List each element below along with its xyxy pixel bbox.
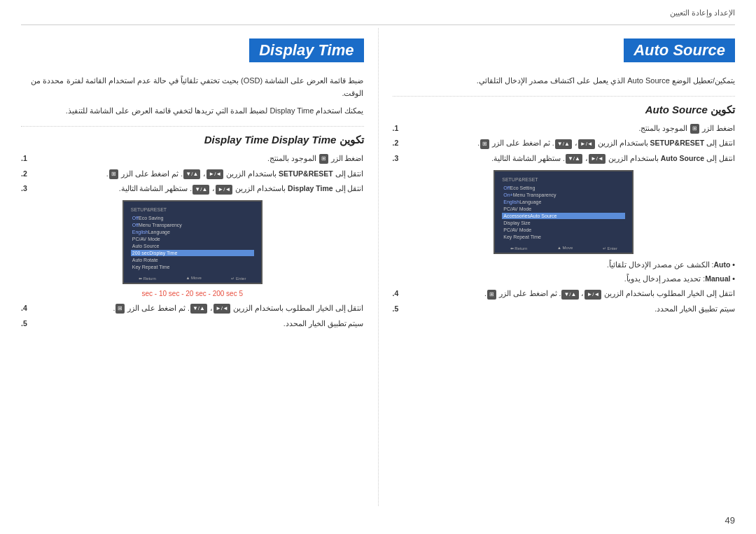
osd-item-autorot: Auto Rotate — [131, 257, 254, 263]
btn-icon-enter2: ⊞ — [115, 304, 125, 314]
right-sub-heading: تكوين Auto Source — [393, 96, 736, 116]
left-desc2: يمكنك استخدام Display Time لضبط المدة ال… — [21, 105, 364, 118]
right-step-2: انتقل إلى SETUP&RESET باستخدام الزرين ◄/… — [393, 138, 736, 149]
r-osd-footer-return: ⬅ Return — [510, 246, 528, 251]
r-osd-item-eco: Eco Setting Off — [502, 185, 625, 191]
left-step-4: انتقل إلى الخيار المطلوب باستخدام الزرين… — [21, 303, 364, 314]
r-osd-footer-move: ▲ Move — [557, 246, 573, 251]
r-btn-icon-menu: ⊞ — [690, 124, 699, 134]
r-btn-enter2: ⊞ — [487, 290, 496, 300]
right-sub-heading-en: Auto Source — [645, 104, 708, 115]
r-osd-item-keyrep: Key Repeat Time — [502, 234, 625, 240]
left-sub-heading-ar: تكوين — [340, 134, 364, 146]
r-btn-ud2: ▲/▼ — [566, 154, 582, 164]
left-steps: اضغط الزر ⊞ الموجود بالمنتج. 1. انتقل إل… — [21, 153, 364, 195]
left-osd-menu: SETUP&RESET Eco Saving Off Menu Transpar… — [131, 207, 254, 271]
r-osd-item-lang: Language English — [502, 199, 625, 205]
btn-icon-menu: ⊞ — [319, 154, 328, 164]
left-osd-screen: SETUP&RESET Eco Saving Off Menu Transpar… — [122, 200, 262, 284]
right-osd-screen: SETUP&RESET Eco Setting Off Menu Transpa… — [493, 170, 634, 254]
btn-icon-ud: ▲/▼ — [183, 169, 200, 179]
r-osd-item-pcav: PC/AV Mode — [502, 206, 625, 212]
left-osd-title: SETUP&RESET — [131, 207, 254, 212]
left-sub-heading-en: Display Time — [204, 134, 269, 146]
osd-item-autosrc: Auto Source — [131, 243, 254, 249]
right-step-5: سيتم تطبيق الخيار المحدد. 5. — [393, 304, 736, 315]
left-section-title: Display Time — [249, 38, 363, 62]
right-osd-title: SETUP&RESET — [502, 177, 625, 182]
bullet-auto: • Auto: الكشف عن مصدر الإدخال تلقائياً. — [393, 260, 736, 271]
btn-icon-ud3: ▲/▼ — [190, 304, 207, 314]
left-sub-heading-en2: Display Time — [272, 134, 336, 146]
r-osd-footer-enter: ↵ Enter — [603, 246, 617, 251]
right-column: Auto Source يتمكين/تعطيل الوضع Auto Sour… — [379, 28, 736, 506]
columns: Display Time ضبط قائمة العرض على الشاشة … — [21, 28, 735, 506]
btn-icon-lr: ◄/► — [206, 169, 223, 179]
btn-icon-lr3: ◄/► — [214, 304, 230, 314]
top-divider — [21, 24, 735, 25]
r-osd-item-pcav2: PC/AV Mode — [502, 227, 625, 233]
osd-footer-enter: ↵ Enter — [231, 276, 246, 281]
osd-item-eco: Eco Saving Off — [131, 215, 254, 221]
right-section-title: Auto Source — [624, 38, 735, 62]
left-step-3: انتقل إلى Display Time باستخدام الزرين ◄… — [21, 183, 364, 195]
right-step-1: اضغط الزر ⊞ الموجود بالمنتج. 1. — [393, 123, 736, 134]
btn-icon-enter: ⊞ — [109, 169, 118, 179]
left-steps2: انتقل إلى الخيار المطلوب باستخدام الزرين… — [21, 303, 364, 330]
left-desc1: ضبط قائمة العرض على الشاشة (OSD) بحيث تخ… — [21, 75, 364, 99]
left-column: Display Time ضبط قائمة العرض على الشاشة … — [21, 28, 379, 506]
osd-item-trans: Menu Transparency Off — [131, 222, 254, 228]
osd-footer-return: ⬅ Return — [139, 276, 156, 281]
right-osd-footer: ⬅ Return ▲ Move ↵ Enter — [495, 246, 632, 251]
left-osd-footer: ⬅ Return ▲ Move ↵ Enter — [124, 276, 261, 281]
right-bullet-list: • Auto: الكشف عن مصدر الإدخال تلقائياً. … — [393, 260, 736, 285]
left-step-2: انتقل إلى SETUP&RESET باستخدام الزرين ◄/… — [21, 169, 364, 180]
r-btn-ud: ▲/▼ — [555, 139, 572, 149]
right-step-3: انتقل إلى Auto Source باستخدام الزرين ◄/… — [393, 153, 736, 164]
right-osd-menu: SETUP&RESET Eco Setting Off Menu Transpa… — [502, 177, 625, 241]
right-step-4: انتقل إلى الخيار المطلوب باستخدام الزرين… — [393, 288, 736, 300]
breadcrumb: الإعداد وإعادة التعيين — [670, 8, 735, 17]
r-btn-lr: ◄/► — [578, 139, 595, 149]
right-steps2: انتقل إلى الخيار المطلوب باستخدام الزرين… — [393, 288, 736, 315]
r-btn-enter: ⊞ — [480, 139, 489, 149]
r-btn-ud3: ▲/▼ — [561, 290, 578, 300]
page-number: 49 — [725, 515, 735, 526]
r-osd-item-autosrc: Auto Source Accessories — [502, 213, 625, 219]
osd-item-pcav: PC/AV Mode — [131, 236, 254, 242]
right-steps: اضغط الزر ⊞ الموجود بالمنتج. 1. انتقل إل… — [393, 123, 736, 164]
right-title-wrap: Auto Source — [393, 38, 736, 69]
osd-footer-move: ▲ Move — [186, 276, 201, 281]
left-step-1: اضغط الزر ⊞ الموجود بالمنتج. 1. — [21, 153, 364, 164]
btn-icon-ud2: ▲/▼ — [192, 185, 209, 195]
bullet-manual: • Manual: تحديد مصدر إدخال يدوياً. — [393, 274, 736, 285]
left-sub-heading: تكوين Display Time Display Time — [21, 126, 364, 146]
right-sub-heading-ar: تكوين — [710, 104, 735, 115]
page-container: الإعداد وإعادة التعيين Display Time ضبط … — [0, 0, 756, 534]
osd-item-lang: Language English — [131, 229, 254, 235]
left-step-5: سيتم تطبيق الخيار المحدد. 5. — [21, 318, 364, 330]
right-desc1: يتمكين/تعطيل الوضع Auto Source الذي يعمل… — [393, 75, 736, 87]
r-btn-lr2: ◄/► — [589, 154, 606, 164]
r-btn-lr3: ◄/► — [584, 290, 601, 300]
r-osd-item-trans: Menu Transparency On+ — [502, 192, 625, 198]
osd-item-keyrep: Key Repeat Time — [131, 264, 254, 270]
left-title-wrap: Display Time — [21, 38, 364, 69]
osd-item-disptime: Display Time 200 sec — [131, 250, 254, 256]
r-osd-item-dispsize: Display Size — [502, 220, 625, 226]
timing-hint: 5 sec - 10 sec - 20 sec - 200 sec — [21, 290, 364, 297]
btn-icon-lr2: ◄/► — [216, 185, 232, 195]
